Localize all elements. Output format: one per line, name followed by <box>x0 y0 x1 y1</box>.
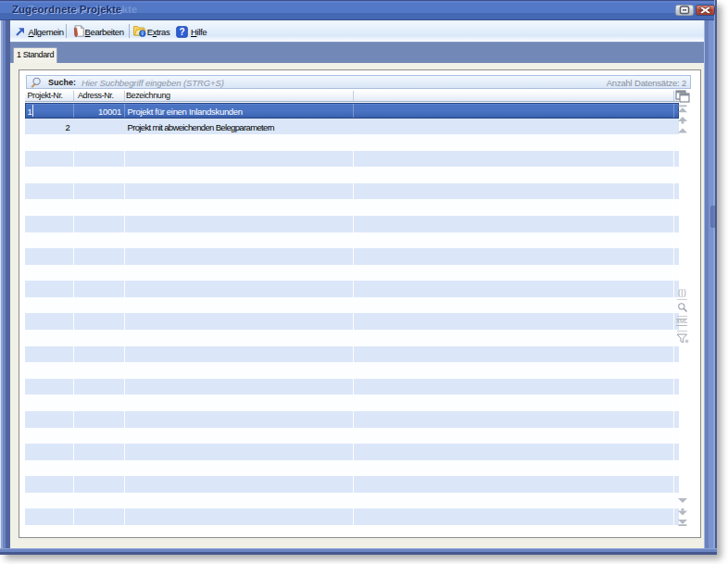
svg-text:?: ? <box>179 26 184 36</box>
